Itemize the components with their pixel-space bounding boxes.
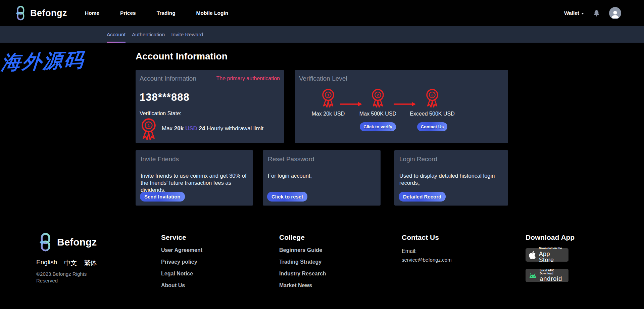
verification-level-3: 3 Exceed 500K USD Contact Us xyxy=(407,88,457,131)
footer-link-privacy-policy[interactable]: Privacy policy xyxy=(161,259,202,265)
level-1-medal-icon: 1 xyxy=(140,117,158,140)
wallet-dropdown[interactable]: Wallet xyxy=(564,10,584,16)
account-subnav: Account Authentication Invite Reward xyxy=(0,26,644,43)
level-3-medal-icon: 3 xyxy=(425,88,440,107)
level-1-medal-icon: 1 xyxy=(320,88,336,107)
contact-us-heading: Contact Us xyxy=(402,233,452,241)
footer-brand-name: Befongz xyxy=(57,236,97,248)
click-to-reset-button[interactable]: Click to reset xyxy=(267,192,307,202)
level-1-label: Max 20k USD xyxy=(303,111,353,117)
invite-friends-card: Invite Friends Invite friends to use coi… xyxy=(136,150,253,206)
footer-link-trading-strategy[interactable]: Trading Strategy xyxy=(279,259,326,265)
login-record-card: Login Record Used to display detailed hi… xyxy=(394,150,508,206)
language-chinese-simplified[interactable]: 中文 xyxy=(64,259,77,267)
click-to-verify-button[interactable]: Click to verify xyxy=(360,122,396,131)
user-avatar[interactable] xyxy=(609,7,621,19)
footer-brand-logo[interactable]: Befongz xyxy=(40,233,97,252)
tab-account[interactable]: Account xyxy=(107,26,126,43)
nav-link-mobile-login[interactable]: Mobile Login xyxy=(196,10,229,16)
navbar-right: Wallet xyxy=(564,0,621,26)
footer-link-beginners-guide[interactable]: Beginners Guide xyxy=(279,247,326,253)
login-record-title: Login Record xyxy=(399,156,437,163)
person-icon xyxy=(610,9,620,19)
apple-icon xyxy=(529,251,536,260)
verification-state-label: Verification State: xyxy=(140,111,280,117)
nav-link-trading[interactable]: Trading xyxy=(157,10,176,16)
invite-friends-title: Invite Friends xyxy=(141,156,179,163)
top-navbar: Befongz Home Prices Trading Mobile Login… xyxy=(0,0,644,26)
language-english[interactable]: English xyxy=(36,259,57,267)
login-record-description: Used to display detailed historical logi… xyxy=(399,172,503,186)
tab-invite-reward[interactable]: Invite Reward xyxy=(171,26,203,43)
contact-us-button[interactable]: Contact Us xyxy=(417,122,448,131)
app-store-label: App Store xyxy=(539,251,565,263)
level-3-label: Exceed 500K USD xyxy=(407,111,457,117)
verification-level-2: 2 Max 500K USD Click to verify xyxy=(353,88,403,131)
footer-college-column: College Beginners Guide Trading Strategy… xyxy=(279,233,326,289)
reset-password-title: Reset Password xyxy=(268,156,314,163)
primary-auth-badge: The primary authentication xyxy=(216,76,280,82)
svg-text:1: 1 xyxy=(327,93,330,97)
svg-text:3: 3 xyxy=(431,93,433,97)
copyright-text: ©2023.Befongz Rights Reserved xyxy=(36,271,90,284)
college-heading: College xyxy=(279,233,326,241)
tab-authentication[interactable]: Authentication xyxy=(132,26,165,43)
footer-download-column: Download App Download on the App Store L… xyxy=(526,233,575,241)
verification-level-card: Verification Level 1 Max 20k USD 2 Max 5… xyxy=(295,70,508,143)
notification-bell-icon[interactable] xyxy=(593,10,600,17)
download-app-heading: Download App xyxy=(526,233,575,241)
reset-password-card: Reset Password For login account。 Click … xyxy=(263,150,381,206)
service-heading: Service xyxy=(161,233,202,241)
email-label: Email: xyxy=(402,248,452,254)
android-badge-label: android xyxy=(540,276,565,282)
brand-logo[interactable]: Befongz xyxy=(16,6,67,20)
account-info-card: Account Information The primary authenti… xyxy=(136,70,284,143)
send-invitation-button[interactable]: Send Invitation xyxy=(140,192,185,202)
app-store-badge[interactable]: Download on the App Store xyxy=(526,248,568,262)
footer-contact-column: Contact Us Email: service@befongz.com xyxy=(402,233,452,263)
footer-link-market-news[interactable]: Market News xyxy=(279,282,326,289)
nav-link-home[interactable]: Home xyxy=(85,10,99,16)
android-apk-badge[interactable]: Local APK Download android xyxy=(526,269,568,282)
reset-password-description: For login account。 xyxy=(268,172,376,179)
masked-phone-number: 138***888 xyxy=(140,91,280,103)
level-2-label: Max 500K USD xyxy=(353,111,403,117)
svg-text:2: 2 xyxy=(377,93,379,97)
watermark-text: 海外源码 xyxy=(0,47,86,76)
level-2-medal-icon: 2 xyxy=(370,88,386,107)
email-address[interactable]: service@befongz.com xyxy=(402,257,452,263)
medal-number: 1 xyxy=(147,123,150,128)
verification-card-title: Verification Level xyxy=(299,75,347,82)
app-store-tagline: Download on the xyxy=(539,247,565,250)
main-nav: Home Prices Trading Mobile Login xyxy=(85,0,228,26)
brand-logo-icon xyxy=(40,233,51,252)
footer-link-industry-research[interactable]: Industry Research xyxy=(279,271,326,277)
footer-link-user-agreement[interactable]: User Agreement xyxy=(161,247,202,253)
nav-link-prices[interactable]: Prices xyxy=(120,10,136,16)
account-card-title: Account Information xyxy=(140,75,196,82)
language-switcher: English 中文 繁体 xyxy=(36,259,97,267)
footer-link-legal-notice[interactable]: Legal Notice xyxy=(161,271,202,277)
brand-name: Befongz xyxy=(30,8,67,18)
language-chinese-traditional[interactable]: 繁体 xyxy=(84,259,97,267)
android-badge-tagline: Local APK Download xyxy=(540,269,565,275)
footer-service-column: Service User Agreement Privacy policy Le… xyxy=(161,233,202,289)
detailed-record-button[interactable]: Detailed Record xyxy=(399,192,446,202)
android-icon xyxy=(529,273,537,278)
wallet-label: Wallet xyxy=(564,10,579,16)
chevron-down-icon xyxy=(581,13,584,14)
invite-friends-description: Invite friends to use coinmx and get 30%… xyxy=(141,172,248,193)
page-title: Account Information xyxy=(136,51,228,62)
footer-link-about-us[interactable]: About Us xyxy=(161,282,202,289)
brand-logo-icon xyxy=(16,6,25,20)
withdrawal-limit-text: Max 20k USD 24 Hourly withdrawal limit xyxy=(162,125,263,132)
